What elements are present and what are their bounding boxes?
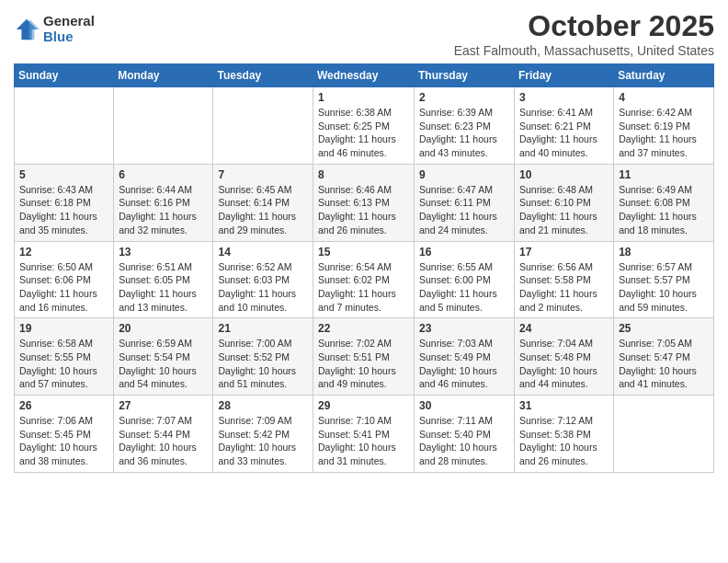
day-info: Sunrise: 6:51 AM Sunset: 6:05 PM Dayligh… [119, 260, 208, 315]
day-number: 23 [419, 322, 509, 335]
day-info: Sunrise: 7:09 AM Sunset: 5:42 PM Dayligh… [218, 414, 308, 468]
calendar-cell: 2Sunrise: 6:39 AM Sunset: 6:23 PM Daylig… [415, 87, 515, 165]
calendar-cell: 23Sunrise: 7:03 AM Sunset: 5:49 PM Dayli… [415, 318, 515, 396]
day-info: Sunrise: 7:10 AM Sunset: 5:41 PM Dayligh… [318, 414, 409, 468]
svg-marker-1 [29, 18, 40, 39]
calendar-cell: 7Sunrise: 6:45 AM Sunset: 6:14 PM Daylig… [213, 164, 313, 241]
day-number: 22 [318, 322, 409, 335]
calendar-cell: 10Sunrise: 6:48 AM Sunset: 6:10 PM Dayli… [515, 164, 614, 241]
day-info: Sunrise: 7:00 AM Sunset: 5:52 PM Dayligh… [218, 337, 308, 391]
day-number: 26 [19, 399, 108, 412]
day-info: Sunrise: 6:59 AM Sunset: 5:54 PM Dayligh… [119, 337, 208, 391]
day-number: 19 [19, 322, 108, 335]
calendar-week-row: 5Sunrise: 6:43 AM Sunset: 6:18 PM Daylig… [15, 164, 714, 241]
calendar-week-row: 1Sunrise: 6:38 AM Sunset: 6:25 PM Daylig… [15, 87, 714, 165]
day-info: Sunrise: 7:12 AM Sunset: 5:38 PM Dayligh… [519, 414, 609, 468]
day-info: Sunrise: 6:56 AM Sunset: 5:58 PM Dayligh… [519, 260, 609, 315]
calendar-cell: 1Sunrise: 6:38 AM Sunset: 6:25 PM Daylig… [313, 87, 415, 165]
day-info: Sunrise: 7:03 AM Sunset: 5:49 PM Dayligh… [419, 337, 509, 391]
calendar-cell [114, 87, 213, 165]
calendar-cell: 11Sunrise: 6:49 AM Sunset: 6:08 PM Dayli… [614, 164, 714, 241]
day-number: 16 [419, 246, 509, 259]
calendar-cell: 31Sunrise: 7:12 AM Sunset: 5:38 PM Dayli… [515, 396, 614, 473]
location-text: East Falmouth, Massachusetts, United Sta… [454, 43, 714, 58]
day-number: 12 [19, 246, 108, 259]
calendar-cell [15, 87, 114, 165]
logo-general-text: General [43, 14, 95, 29]
day-info: Sunrise: 6:46 AM Sunset: 6:13 PM Dayligh… [318, 183, 409, 237]
calendar-cell: 15Sunrise: 6:54 AM Sunset: 6:02 PM Dayli… [313, 241, 415, 318]
day-number: 24 [519, 322, 609, 335]
month-title: October 2025 [454, 9, 714, 43]
header-thursday: Thursday [415, 64, 515, 87]
day-number: 3 [519, 91, 609, 104]
day-info: Sunrise: 6:38 AM Sunset: 6:25 PM Dayligh… [318, 106, 409, 160]
day-info: Sunrise: 7:06 AM Sunset: 5:45 PM Dayligh… [19, 414, 108, 468]
day-number: 11 [619, 168, 709, 181]
calendar-cell: 8Sunrise: 6:46 AM Sunset: 6:13 PM Daylig… [313, 164, 415, 241]
day-info: Sunrise: 6:41 AM Sunset: 6:21 PM Dayligh… [519, 106, 609, 160]
day-number: 5 [19, 168, 108, 181]
day-number: 28 [218, 399, 308, 412]
day-number: 30 [419, 399, 509, 412]
calendar-week-row: 12Sunrise: 6:50 AM Sunset: 6:06 PM Dayli… [15, 241, 714, 318]
header-monday: Monday [114, 64, 213, 87]
logo: General Blue [14, 14, 95, 44]
calendar-cell: 25Sunrise: 7:05 AM Sunset: 5:47 PM Dayli… [614, 318, 714, 396]
title-block: October 2025 East Falmouth, Massachusett… [454, 9, 714, 58]
calendar-cell: 28Sunrise: 7:09 AM Sunset: 5:42 PM Dayli… [213, 396, 313, 473]
day-info: Sunrise: 7:05 AM Sunset: 5:47 PM Dayligh… [619, 337, 709, 391]
day-number: 29 [318, 399, 409, 412]
day-number: 14 [218, 246, 308, 259]
logo-blue-text: Blue [43, 29, 95, 45]
day-info: Sunrise: 6:48 AM Sunset: 6:10 PM Dayligh… [519, 183, 609, 237]
day-info: Sunrise: 6:54 AM Sunset: 6:02 PM Dayligh… [318, 260, 409, 315]
logo-icon [14, 17, 40, 42]
calendar-week-row: 19Sunrise: 6:58 AM Sunset: 5:55 PM Dayli… [15, 318, 714, 396]
day-info: Sunrise: 6:44 AM Sunset: 6:16 PM Dayligh… [119, 183, 208, 237]
day-info: Sunrise: 6:39 AM Sunset: 6:23 PM Dayligh… [419, 106, 509, 160]
day-number: 4 [619, 91, 709, 104]
calendar-cell: 18Sunrise: 6:57 AM Sunset: 5:57 PM Dayli… [614, 241, 714, 318]
calendar-cell: 21Sunrise: 7:00 AM Sunset: 5:52 PM Dayli… [213, 318, 313, 396]
day-info: Sunrise: 6:57 AM Sunset: 5:57 PM Dayligh… [619, 260, 709, 315]
calendar-cell [213, 87, 313, 165]
header-sunday: Sunday [15, 64, 114, 87]
header-friday: Friday [515, 64, 614, 87]
day-number: 1 [318, 91, 409, 104]
calendar-cell: 24Sunrise: 7:04 AM Sunset: 5:48 PM Dayli… [515, 318, 614, 396]
calendar-cell: 6Sunrise: 6:44 AM Sunset: 6:16 PM Daylig… [114, 164, 213, 241]
calendar-cell: 5Sunrise: 6:43 AM Sunset: 6:18 PM Daylig… [15, 164, 114, 241]
day-info: Sunrise: 7:02 AM Sunset: 5:51 PM Dayligh… [318, 337, 409, 391]
day-number: 31 [519, 399, 609, 412]
calendar-cell: 13Sunrise: 6:51 AM Sunset: 6:05 PM Dayli… [114, 241, 213, 318]
day-number: 18 [619, 246, 709, 259]
day-info: Sunrise: 7:07 AM Sunset: 5:44 PM Dayligh… [119, 414, 208, 468]
day-number: 13 [119, 246, 208, 259]
day-number: 20 [119, 322, 208, 335]
header-saturday: Saturday [614, 64, 714, 87]
day-number: 9 [419, 168, 509, 181]
day-info: Sunrise: 6:45 AM Sunset: 6:14 PM Dayligh… [218, 183, 308, 237]
day-number: 2 [419, 91, 509, 104]
calendar-cell: 16Sunrise: 6:55 AM Sunset: 6:00 PM Dayli… [415, 241, 515, 318]
header: General Blue October 2025 East Falmouth,… [14, 9, 714, 58]
header-tuesday: Tuesday [213, 64, 313, 87]
day-info: Sunrise: 7:04 AM Sunset: 5:48 PM Dayligh… [519, 337, 609, 391]
calendar-header-row: SundayMondayTuesdayWednesdayThursdayFrid… [15, 64, 714, 87]
calendar-week-row: 26Sunrise: 7:06 AM Sunset: 5:45 PM Dayli… [15, 396, 714, 473]
calendar-cell: 27Sunrise: 7:07 AM Sunset: 5:44 PM Dayli… [114, 396, 213, 473]
day-number: 7 [218, 168, 308, 181]
day-info: Sunrise: 6:58 AM Sunset: 5:55 PM Dayligh… [19, 337, 108, 391]
day-number: 25 [619, 322, 709, 335]
day-info: Sunrise: 6:43 AM Sunset: 6:18 PM Dayligh… [19, 183, 108, 237]
day-number: 6 [119, 168, 208, 181]
day-info: Sunrise: 6:47 AM Sunset: 6:11 PM Dayligh… [419, 183, 509, 237]
day-number: 8 [318, 168, 409, 181]
day-info: Sunrise: 6:55 AM Sunset: 6:00 PM Dayligh… [419, 260, 509, 315]
calendar-table: SundayMondayTuesdayWednesdayThursdayFrid… [14, 63, 714, 473]
day-info: Sunrise: 6:52 AM Sunset: 6:03 PM Dayligh… [218, 260, 308, 315]
calendar-cell: 22Sunrise: 7:02 AM Sunset: 5:51 PM Dayli… [313, 318, 415, 396]
day-info: Sunrise: 7:11 AM Sunset: 5:40 PM Dayligh… [419, 414, 509, 468]
calendar-cell: 20Sunrise: 6:59 AM Sunset: 5:54 PM Dayli… [114, 318, 213, 396]
